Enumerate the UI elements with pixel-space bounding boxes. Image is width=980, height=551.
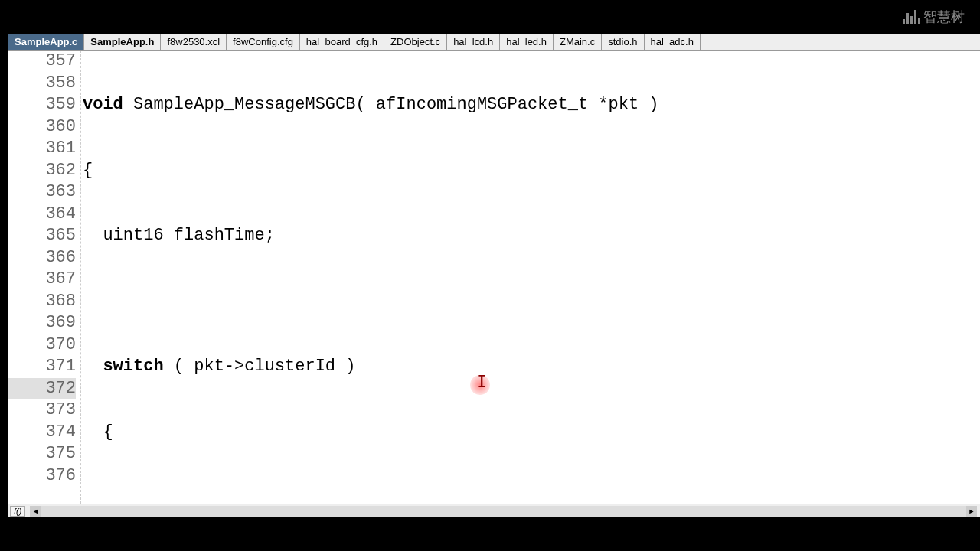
tab-halled[interactable]: hal_led.h [500, 34, 554, 50]
line-number: 361 [8, 138, 76, 160]
line-number: 375 [8, 443, 76, 465]
line-number: 368 [8, 291, 76, 313]
code-editor[interactable]: 3573583593603613623633643653663673683693… [8, 51, 980, 504]
tab-zmain[interactable]: ZMain.c [554, 34, 602, 50]
line-number: 371 [8, 356, 76, 378]
status-bar: f() ◄ ► [8, 504, 980, 517]
editor-window: SampleApp.c SampleApp.h f8w2530.xcl f8wC… [8, 34, 980, 517]
tab-sampleapp-h[interactable]: SampleApp.h [84, 34, 161, 50]
line-number: 366 [8, 247, 76, 269]
line-number: 358 [8, 73, 76, 95]
line-number: 376 [8, 465, 76, 487]
tab-haladc[interactable]: hal_adc.h [645, 34, 701, 50]
scroll-left-icon[interactable]: ◄ [30, 506, 41, 517]
tab-zdobject[interactable]: ZDObject.c [384, 34, 447, 50]
line-number: 363 [8, 181, 76, 204]
horizontal-scrollbar[interactable]: ◄ ► [30, 506, 977, 517]
line-number: 362 [8, 160, 76, 182]
tab-sampleapp-c[interactable]: SampleApp.c [8, 34, 84, 50]
line-number: 372 [8, 378, 76, 400]
tab-bar: SampleApp.c SampleApp.h f8w2530.xcl f8wC… [8, 34, 980, 51]
tab-f8w2530[interactable]: f8w2530.xcl [161, 34, 227, 50]
line-number: 369 [8, 312, 76, 334]
line-number: 360 [8, 116, 76, 139]
code-content[interactable]: void SampleApp_MessageMSGCB( afIncomingM… [81, 51, 980, 504]
logo-text: 智慧树 [923, 8, 965, 26]
line-number: 357 [8, 51, 76, 73]
line-number: 359 [8, 94, 76, 116]
line-number: 364 [8, 204, 76, 226]
line-number: 370 [8, 334, 76, 357]
line-number: 373 [8, 399, 76, 422]
tab-halboardcfg[interactable]: hal_board_cfg.h [300, 34, 384, 50]
tab-f8wconfig[interactable]: f8wConfig.cfg [227, 34, 300, 50]
brand-logo: 智慧树 [903, 8, 965, 26]
logo-bars-icon [903, 10, 920, 24]
line-number-gutter: 3573583593603613623633643653663673683693… [8, 51, 81, 504]
scroll-right-icon[interactable]: ► [966, 506, 977, 517]
line-number: 367 [8, 269, 76, 291]
tab-hallcd[interactable]: hal_lcd.h [447, 34, 500, 50]
line-number: 365 [8, 225, 76, 247]
line-number: 374 [8, 422, 76, 444]
tab-stdio[interactable]: stdio.h [602, 34, 644, 50]
function-nav-button[interactable]: f() [10, 506, 25, 517]
click-indicator-icon [470, 375, 490, 395]
